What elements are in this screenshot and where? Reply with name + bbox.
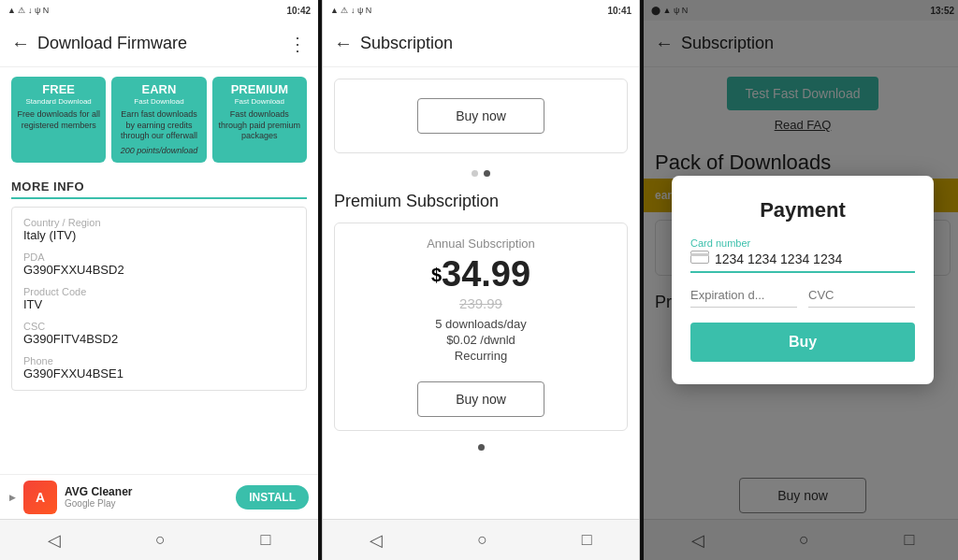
status-icons-left-1: ▲ ⚠ ↓ ψ N [7,6,49,15]
info-row-csc: CSC G390FITV4BSD2 [23,321,295,346]
svg-rect-1 [690,253,709,256]
page-title-2: Subscription [360,34,628,53]
subscription-content: Buy now Premium Subscription Annual Subs… [323,67,639,519]
cvc-field [808,286,915,308]
panel-1: ▲ ⚠ ↓ ψ N 10:42 ← Download Firmware ⋮ FR… [0,0,318,560]
card-number-input[interactable] [715,251,915,266]
nav-bar-1: ◁ ○ □ [0,519,318,560]
pda-value: G390FXXU4BSD2 [23,263,295,277]
nav-recents-1[interactable]: □ [260,530,270,550]
nav-bar-2: ◁ ○ □ [323,519,639,560]
status-time-1: 10:42 [286,6,311,16]
panel-2: ▲ ⚠ ↓ ψ N 10:41 ← Subscription Buy now P… [322,0,640,560]
promo-premium-type: PREMIUM [231,82,288,96]
promo-premium-subtitle: Fast Download [235,97,284,106]
dots-indicator [323,165,639,182]
nav-back-2[interactable]: ◁ [370,530,383,551]
promo-cards: FREE Standard Download Free downloads fo… [0,67,318,172]
nav-recents-2[interactable]: □ [582,530,592,550]
info-row-product-code: Product Code ITV [23,286,295,311]
info-row-pda: PDA G390FXXU4BSD2 [23,251,295,277]
buy-button-modal[interactable]: Buy [690,323,915,362]
status-bar-1: ▲ ⚠ ↓ ψ N 10:42 [0,0,318,21]
nav-back-1[interactable]: ◁ [48,530,61,551]
buy-now-card-top: Buy now [334,79,628,153]
install-button[interactable]: INSTALL [236,485,309,510]
info-row-country: Country / Region Italy (ITV) [23,217,295,242]
nav-home-1[interactable]: ○ [155,530,166,550]
promo-earn-points: 200 points/download [121,146,198,157]
nav-home-2[interactable]: ○ [477,530,487,550]
card-number-field: Card number [690,237,915,273]
promo-card-premium[interactable]: PREMIUM Fast Download Fast downloads thr… [212,77,307,163]
info-row-phone: Phone G390FXXU4BSE1 [23,355,295,381]
promo-card-earn[interactable]: EARN Fast Download Earn fast downloads b… [111,77,206,163]
price-value: 34.99 [442,254,530,294]
back-button-1[interactable]: ← [11,33,30,54]
promo-earn-subtitle: Fast Download [134,97,183,106]
payment-modal: Payment Card number [672,176,934,384]
promo-free-type: FREE [42,82,75,96]
card-number-input-row [690,251,915,273]
promo-earn-type: EARN [142,82,177,96]
payment-title: Payment [690,198,915,223]
ad-arrow-icon: ▶ [9,493,16,502]
info-card: Country / Region Italy (ITV) PDA G390FXX… [11,207,307,391]
dot-3 [478,444,485,451]
ad-text: AVG Cleaner Google Play [65,485,228,509]
subscription-card: Annual Subscription $ 34.99 239.99 5 dow… [334,223,628,431]
buy-now-button-2[interactable]: Buy now [417,381,544,417]
downloads-per-day: 5 downloads/day [435,317,527,331]
status-icons-left-text-1: ▲ ⚠ ↓ ψ N [7,6,49,15]
price-dollar: $ [431,254,442,295]
original-price: 239.99 [459,295,502,311]
csc-label: CSC [23,321,295,332]
ad-title: AVG Cleaner [65,485,228,498]
more-options-icon-1[interactable]: ⋮ [288,33,307,55]
back-button-2[interactable]: ← [334,33,353,54]
top-bar-1: ← Download Firmware ⋮ [0,21,318,67]
ad-bar: ▶ A AVG Cleaner Google Play INSTALL [0,474,318,519]
avg-icon: A [23,481,57,514]
promo-free-subtitle: Standard Download [26,97,92,106]
credit-card-icon [690,251,709,267]
payment-overlay: Payment Card number [644,0,958,560]
premium-subscription-label: Premium Subscription [323,182,639,215]
recurring-label: Recurring [455,349,507,363]
promo-earn-desc: Earn fast downloads by earning credits t… [117,109,200,142]
page-title-1: Download Firmware [37,34,288,53]
status-time-2: 10:41 [607,6,631,16]
panel-3: ⬤ ▲ ψ N 13:52 ← Subscription Test Fast D… [644,0,958,560]
product-code-label: Product Code [23,286,295,297]
buy-now-button-top[interactable]: Buy now [417,98,544,134]
promo-premium-desc: Fast downloads through paid premium pack… [218,109,301,142]
pda-label: PDA [23,251,295,263]
expiry-field [690,286,797,308]
card-number-label: Card number [690,237,915,249]
price-container: $ 34.99 [431,254,530,295]
more-info-header: MORE INFO [0,172,318,197]
ad-subtitle: Google Play [65,498,228,509]
dots-indicator-2 [323,438,639,456]
country-value: Italy (ITV) [23,228,295,242]
phone-value: G390FXXU4BSE1 [23,366,295,381]
cost-per-download: $0.02 /dwnld [446,333,515,347]
promo-card-free[interactable]: FREE Standard Download Free downloads fo… [11,77,106,163]
country-label: Country / Region [23,217,295,228]
dot-2 [484,170,490,177]
top-bar-2: ← Subscription [323,21,639,67]
expiry-cvc-row [690,286,915,308]
status-bar-2: ▲ ⚠ ↓ ψ N 10:41 [323,0,639,21]
promo-free-desc: Free downloads for all registered member… [17,109,100,131]
status-icons-left-text-2: ▲ ⚠ ↓ ψ N [330,6,371,15]
teal-divider [11,197,307,199]
cvc-input[interactable] [808,288,915,302]
annual-label: Annual Subscription [427,237,535,251]
phone-label: Phone [23,355,295,366]
csc-value: G390FITV4BSD2 [23,332,295,346]
dot-1 [472,170,478,177]
product-code-value: ITV [23,297,295,311]
expiry-input[interactable] [690,288,797,302]
svg-rect-0 [691,251,709,264]
